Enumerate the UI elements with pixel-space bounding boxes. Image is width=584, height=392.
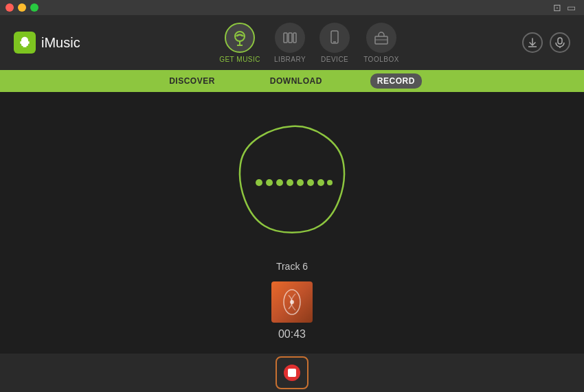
album-decoration-icon [282,288,302,316]
main-content: Track 6 00:43 [0,92,584,392]
nav-item-library[interactable]: LIBRARY [274,23,306,63]
svg-rect-5 [293,33,296,43]
svg-point-18 [307,179,314,186]
svg-point-15 [276,179,283,186]
svg-point-22 [290,300,294,304]
battery-icon: ▭ [567,2,576,13]
nav-item-toolbox[interactable]: TOOLBOX [363,23,399,63]
nav-label-get-music: GET MUSIC [219,56,260,63]
minimize-button[interactable] [18,3,26,12]
svg-rect-3 [284,33,287,43]
svg-point-0 [235,32,245,41]
sub-nav-bar: DISCOVER DOWNLOAD RECORD [0,70,584,92]
record-timer: 00:43 [278,328,306,341]
download-button[interactable] [522,32,543,53]
nav-icon-toolbox [366,23,396,53]
bottom-bar [0,354,584,392]
sub-nav-download[interactable]: DOWNLOAD [263,73,329,89]
app-logo-text: iMusic [41,35,80,51]
mic-blob-shape [223,113,361,250]
nav-label-toolbox: TOOLBOX [363,56,399,63]
svg-rect-4 [289,33,292,43]
nav-label-library: LIBRARY [274,56,306,63]
album-art-inner [271,281,313,323]
nav-icon-library [275,23,305,53]
svg-point-14 [266,179,273,186]
header: iMusic GET MUSIC [0,15,584,70]
traffic-lights [5,3,38,12]
close-button[interactable] [5,3,14,12]
svg-point-17 [297,179,304,186]
main-nav: GET MUSIC LIBRARY DEVICE [103,23,515,63]
microphone-header-button[interactable] [550,32,570,53]
nav-item-get-music[interactable]: GET MUSIC [219,23,260,63]
logo-area: iMusic [14,32,103,54]
svg-point-19 [317,179,324,186]
header-right-actions [515,32,570,53]
maximize-button[interactable] [30,3,38,12]
nav-item-device[interactable]: DEVICE [319,23,350,63]
app-logo-icon [14,32,36,54]
nav-icon-device [319,23,350,53]
sub-nav-discover[interactable]: DISCOVER [162,73,222,89]
svg-rect-11 [558,38,562,44]
nav-label-device: DEVICE [321,56,348,63]
track-name: Track 6 [276,261,308,272]
svg-point-16 [287,179,293,186]
stop-square-icon [288,369,296,377]
svg-point-20 [327,180,333,185]
nav-icon-get-music [225,23,255,53]
window-toggle-icon[interactable]: ⊡ [553,2,561,13]
stop-record-icon [284,365,300,381]
album-art [271,281,313,323]
svg-point-13 [256,179,262,186]
title-bar: ⊡ ▭ [0,0,584,15]
sub-nav-record[interactable]: RECORD [370,73,422,89]
stop-record-button[interactable] [276,356,308,389]
